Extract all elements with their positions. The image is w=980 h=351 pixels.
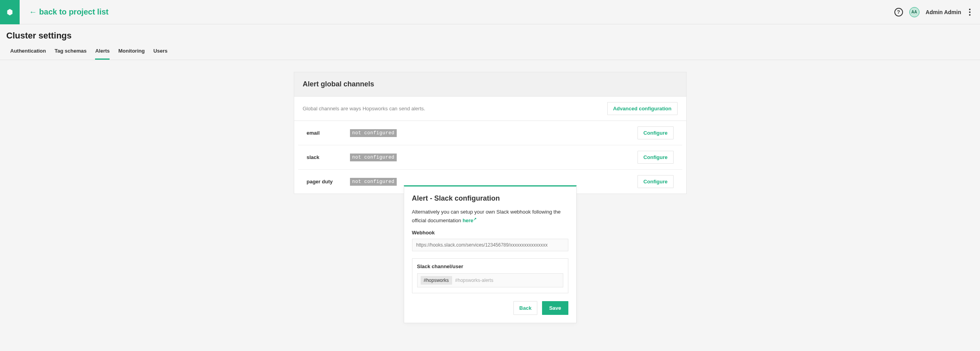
more-menu-icon[interactable] bbox=[967, 7, 972, 17]
configure-slack-button[interactable]: Configure bbox=[637, 151, 673, 164]
status-badge: not configured bbox=[350, 154, 397, 161]
tab-tag-schemas[interactable]: Tag schemas bbox=[55, 48, 86, 60]
page-header: Cluster settings bbox=[0, 24, 980, 41]
channel-row-slack: slack not configured Configure bbox=[298, 145, 682, 170]
page-title: Cluster settings bbox=[6, 31, 974, 41]
top-bar: ← back to project list ? AA Admin Admin bbox=[0, 0, 980, 24]
configure-pagerduty-button[interactable]: Configure bbox=[637, 175, 673, 188]
configure-email-button[interactable]: Configure bbox=[637, 126, 673, 139]
modal-title: Alert - Slack configuration bbox=[412, 194, 568, 203]
tab-authentication[interactable]: Authentication bbox=[10, 48, 46, 60]
channel-name-label: email bbox=[307, 130, 350, 136]
status-badge: not configured bbox=[350, 178, 397, 186]
user-name-label: Admin Admin bbox=[926, 9, 961, 15]
channel-name-label: slack bbox=[307, 154, 350, 160]
app-logo[interactable] bbox=[0, 0, 20, 24]
channel-name-label: pager duty bbox=[307, 179, 350, 185]
status-badge: not configured bbox=[350, 129, 397, 137]
channel-row-email: email not configured Configure bbox=[298, 121, 682, 145]
card-description-text: Global channels are ways Hopsworks can s… bbox=[303, 106, 425, 112]
main-content: Alert global channels Global channels ar… bbox=[0, 60, 980, 206]
advanced-configuration-button[interactable]: Advanced configuration bbox=[607, 102, 678, 115]
hopsworks-logo-icon bbox=[6, 8, 14, 16]
card-description-row: Global channels are ways Hopsworks can s… bbox=[294, 97, 686, 121]
alert-channels-card: Alert global channels Global channels ar… bbox=[294, 72, 687, 194]
help-icon[interactable]: ? bbox=[894, 8, 903, 16]
top-bar-left: ← back to project list bbox=[0, 0, 108, 24]
tab-users[interactable]: Users bbox=[153, 48, 167, 60]
card-title: Alert global channels bbox=[294, 72, 686, 97]
top-bar-right: ? AA Admin Admin bbox=[894, 7, 972, 17]
back-to-projects-link[interactable]: ← back to project list bbox=[29, 7, 108, 16]
tabs-nav: Authentication Tag schemas Alerts Monito… bbox=[0, 41, 980, 60]
slack-config-modal: Alert - Slack configuration Alternativel… bbox=[404, 185, 577, 206]
tab-alerts[interactable]: Alerts bbox=[95, 48, 110, 60]
avatar[interactable]: AA bbox=[909, 7, 920, 17]
tab-monitoring[interactable]: Monitoring bbox=[118, 48, 145, 60]
